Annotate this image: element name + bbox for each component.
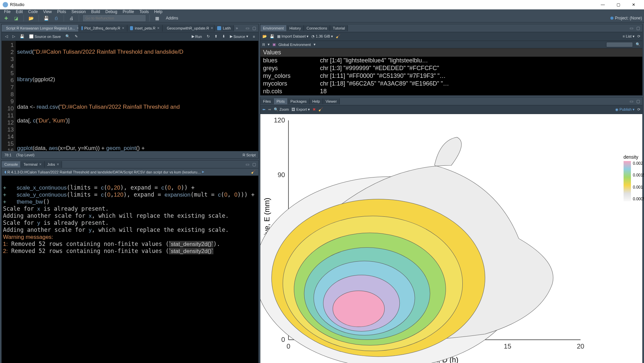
editor-tab-2[interactable]: inset_peta.R×: [127, 25, 163, 32]
publish-button[interactable]: ◉ Publish ▾: [615, 107, 635, 112]
scope-label[interactable]: (Top Level): [16, 153, 34, 157]
find-button[interactable]: 🔍: [64, 34, 71, 39]
maximize-button[interactable]: ▢: [610, 0, 626, 9]
tab-overflow-icon[interactable]: »: [234, 26, 240, 31]
minimize-button[interactable]: —: [595, 0, 610, 9]
close-icon[interactable]: ×: [211, 26, 213, 31]
tab-console[interactable]: Console: [2, 161, 21, 167]
tab-connections[interactable]: Connections: [304, 25, 330, 31]
refresh-plot-button[interactable]: ⟳: [637, 107, 640, 112]
save-workspace-button[interactable]: 💾: [270, 34, 274, 39]
broom-icon[interactable]: 🧹: [251, 170, 256, 174]
open-file-button[interactable]: 📂: [27, 14, 35, 22]
tab-history[interactable]: History: [287, 25, 304, 31]
addins-menu[interactable]: Addins: [163, 16, 181, 20]
print-button[interactable]: 🖨: [67, 14, 75, 22]
tab-plots[interactable]: Plots: [274, 98, 287, 104]
env-search-input[interactable]: [606, 42, 633, 47]
new-file-button[interactable]: ✚: [2, 14, 10, 22]
tab-terminal[interactable]: Terminal ×: [21, 161, 45, 168]
menu-session[interactable]: Session: [69, 9, 88, 14]
global-env[interactable]: Global Environment: [278, 43, 311, 47]
goto-file-input[interactable]: [82, 14, 146, 22]
minimize-pane-icon[interactable]: ▭: [244, 26, 250, 31]
prev-plot-button[interactable]: ⬅: [262, 107, 265, 112]
editor-tab-3[interactable]: GeocompwithR_update.R×: [163, 25, 214, 32]
source-on-save-checkbox[interactable]: Source on Save: [28, 34, 62, 39]
minimize-pane-icon[interactable]: ▭: [628, 99, 634, 104]
r-file-icon: [81, 26, 83, 30]
send-icon[interactable]: ➤: [201, 170, 204, 174]
zoom-button[interactable]: 🔍 Zoom: [274, 107, 289, 112]
save-all-button[interactable]: ⎙: [52, 14, 60, 22]
clear-all-button[interactable]: 🧹: [318, 107, 323, 112]
menu-view[interactable]: View: [41, 9, 55, 14]
menu-edit[interactable]: Edit: [13, 9, 25, 14]
wand-button[interactable]: ✎: [73, 34, 79, 39]
tab-environment[interactable]: Environment: [260, 25, 287, 31]
lang-label[interactable]: R Script: [243, 153, 256, 157]
editor-tab-0[interactable]: Script R Kerawanan Longsor Regresi Lo...…: [2, 25, 79, 32]
new-project-button[interactable]: ◪: [12, 14, 20, 22]
code-editor[interactable]: 12345678910111213141516 setwd("D:/#Calon…: [2, 41, 258, 151]
plot-canvas: 05101520 0306090120 Duration, D (h) Cumu…: [260, 114, 642, 363]
project-label: Project: (None): [615, 16, 642, 20]
up-button[interactable]: ⬆: [213, 34, 219, 39]
menu-profile[interactable]: Profile: [120, 9, 137, 14]
back-button[interactable]: ◁: [4, 34, 9, 39]
refresh-button[interactable]: ⟳: [637, 34, 640, 39]
tab-tutorial[interactable]: Tutorial: [330, 25, 348, 31]
minimize-pane-icon[interactable]: ▭: [628, 26, 634, 31]
load-workspace-button[interactable]: 📂: [262, 34, 267, 39]
grid-icon[interactable]: ▦: [153, 14, 161, 22]
r-scope[interactable]: R: [262, 43, 265, 47]
maximize-pane-icon[interactable]: ▢: [635, 99, 641, 104]
save-button[interactable]: 💾: [42, 14, 50, 22]
list-view-button[interactable]: ≡ List ▾: [623, 34, 635, 39]
menu-build[interactable]: Build: [88, 9, 103, 14]
tab-packages[interactable]: Packages: [288, 98, 310, 104]
next-plot-button[interactable]: ➡: [268, 107, 271, 112]
memory-indicator[interactable]: ◔ 1.36 GiB ▾: [311, 34, 333, 39]
menu-file[interactable]: File: [1, 9, 13, 14]
maximize-pane-icon[interactable]: ▢: [251, 26, 257, 31]
menu-code[interactable]: Code: [25, 9, 41, 14]
env-list[interactable]: Values blueschr [1:4] "lightsteelblue4" …: [260, 48, 642, 95]
down-button[interactable]: ⬇: [221, 34, 227, 39]
menu-tools[interactable]: Tools: [137, 9, 151, 14]
import-dataset-button[interactable]: ▦ Import Dataset ▾: [277, 34, 309, 39]
remove-plot-button[interactable]: ✖: [313, 107, 316, 112]
menu-plots[interactable]: Plots: [55, 9, 69, 14]
outline-button[interactable]: ≡: [252, 34, 256, 39]
editor-tab-1[interactable]: Plot_2dfreq_density.R×: [79, 25, 127, 32]
rerun-button[interactable]: ↻: [205, 34, 211, 39]
tab-viewer[interactable]: Viewer: [323, 98, 340, 104]
broom-icon[interactable]: 🧹: [336, 34, 340, 39]
save-file-button[interactable]: 💾: [18, 34, 26, 39]
search-icon[interactable]: 🔍: [636, 42, 640, 47]
export-button[interactable]: 🖼 Export ▾: [292, 107, 310, 112]
tab-help[interactable]: Help: [310, 98, 323, 104]
close-icon[interactable]: ×: [157, 26, 159, 31]
maximize-pane-icon[interactable]: ▢: [251, 162, 257, 167]
menu-debug[interactable]: Debug: [103, 9, 120, 14]
run-button[interactable]: ▶ Run: [190, 34, 203, 39]
code-content[interactable]: setwd("D:/#Calon Tulisan/2022 Rainfall T…: [16, 41, 258, 151]
console-output[interactable]: + scale_x_continuous(limits = c(0,20), e…: [2, 176, 258, 363]
editor-toolbar: ◁ ▷ 💾 Source on Save 🔍 ✎ ▶ Run ↻ ⬆ ⬇ ▶ S…: [2, 32, 258, 41]
close-button[interactable]: ✕: [626, 0, 641, 9]
menu-help[interactable]: Help: [151, 9, 165, 14]
editor-tab-4[interactable]: Latih: [214, 25, 234, 31]
working-dir[interactable]: D:/#Calon Tulisan/2022 Rainfall Threshol…: [20, 170, 201, 174]
legend-title: density: [624, 154, 638, 160]
close-icon[interactable]: ×: [122, 26, 124, 31]
project-menu[interactable]: ⬢ Project: (None): [610, 16, 642, 20]
r-file-icon: [130, 26, 133, 30]
forward-button[interactable]: ▷: [11, 34, 16, 39]
minimize-pane-icon[interactable]: ▭: [244, 162, 250, 167]
source-button[interactable]: ▶ Source ▾: [229, 34, 250, 39]
tab-jobs[interactable]: Jobs ×: [45, 161, 62, 168]
editor-tabbar: Script R Kerawanan Longsor Regresi Lo...…: [2, 24, 258, 32]
tab-files[interactable]: Files: [260, 98, 274, 104]
maximize-pane-icon[interactable]: ▢: [635, 26, 641, 31]
